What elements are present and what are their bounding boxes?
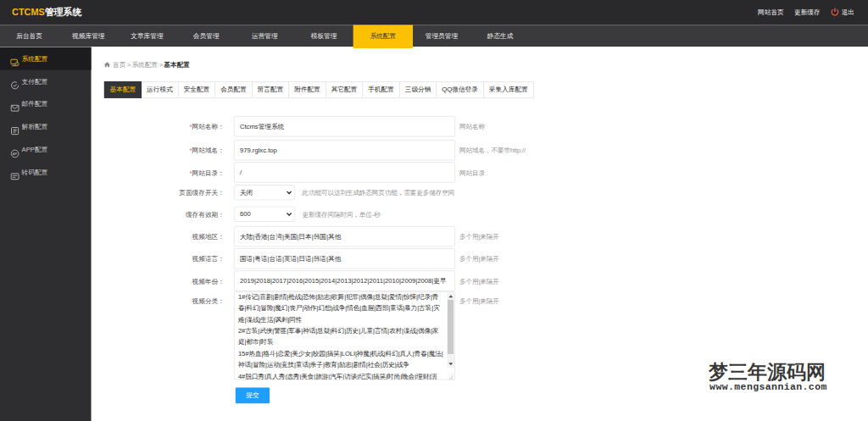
svg-text:AP: AP — [13, 152, 18, 156]
